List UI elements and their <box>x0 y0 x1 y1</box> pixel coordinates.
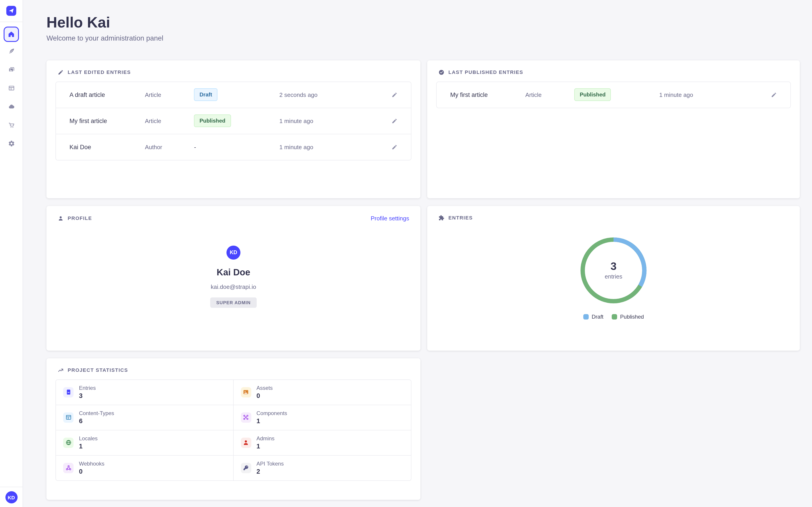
entry-type: Article <box>145 91 194 98</box>
card-header: LAST PUBLISHED ENTRIES <box>427 60 800 75</box>
sidebar-item-content-manager[interactable] <box>0 42 22 60</box>
admin-user-icon <box>241 437 251 448</box>
donut-value: 3 <box>611 261 617 272</box>
stat-value: 1 <box>256 418 287 424</box>
archive-icon <box>63 387 73 397</box>
status-badge: Draft <box>194 88 218 101</box>
stat-value: 1 <box>256 443 274 450</box>
stat-label: Entries <box>79 385 96 391</box>
card-header: LAST EDITED ENTRIES <box>46 60 420 75</box>
status-empty: - <box>194 144 196 151</box>
sidebar-bottom: KD <box>0 481 22 507</box>
entry-updated-time: 2 seconds ago <box>280 91 384 98</box>
table-row[interactable]: A draft article Article Draft 2 seconds … <box>56 82 411 108</box>
stat-cell: API Tokens 2 <box>234 455 411 480</box>
check-circle-icon <box>439 69 444 75</box>
entry-name: Kai Doe <box>69 144 145 150</box>
stat-label: Admins <box>256 436 274 441</box>
stat-label: Webhooks <box>79 461 104 466</box>
profile-body: KD Kai Doe kai.doe@strapi.io SUPER ADMIN <box>46 222 420 307</box>
main-content: Hello Kai Welcome to your administration… <box>22 0 812 507</box>
status-badge: Published <box>194 114 231 127</box>
stat-cell: Admins 1 <box>234 430 411 455</box>
person-icon <box>58 215 64 221</box>
table-row[interactable]: My first article Article Published 1 min… <box>437 82 790 108</box>
globe-icon <box>63 437 73 448</box>
entry-name: A draft article <box>69 91 145 98</box>
layout-icon <box>8 85 15 92</box>
table-row[interactable]: Kai Doe Author - 1 minute ago <box>56 133 411 160</box>
edit-entry-button[interactable] <box>771 92 777 98</box>
stat-label: Components <box>256 410 287 416</box>
stat-value: 0 <box>79 468 104 475</box>
last-edited-table: A draft article Article Draft 2 seconds … <box>55 81 411 160</box>
entry-updated-time: 1 minute ago <box>659 91 763 98</box>
dashboard-grid: LAST EDITED ENTRIES A draft article Arti… <box>46 60 799 500</box>
edit-entry-button[interactable] <box>392 144 397 150</box>
card-title: LAST EDITED ENTRIES <box>68 69 131 75</box>
entry-status: Draft <box>194 88 280 101</box>
feather-icon <box>8 48 15 55</box>
donut-center: 3 entries <box>579 235 648 305</box>
entry-status: - <box>194 143 280 151</box>
page-title: Hello Kai <box>46 15 799 30</box>
status-badge: Published <box>574 88 611 101</box>
card-title: ENTRIES <box>448 215 473 220</box>
profile-email: kai.doe@strapi.io <box>211 283 256 290</box>
stat-cell: Entries 3 <box>56 380 234 405</box>
profile-settings-link[interactable]: Profile settings <box>370 215 409 222</box>
stat-value: 2 <box>256 468 284 475</box>
pencil-icon <box>58 69 64 75</box>
stat-label: Content-Types <box>79 410 114 416</box>
entry-type: Article <box>525 91 574 98</box>
entries-donut-chart: 3 entries <box>579 235 648 305</box>
stat-value: 0 <box>256 393 273 399</box>
chart-legend: Draft Published <box>427 314 800 320</box>
strapi-logo[interactable] <box>6 6 16 16</box>
entry-name: My first article <box>69 117 145 124</box>
sidebar-item-media-library[interactable] <box>0 60 22 79</box>
sidebar: KD <box>0 0 23 507</box>
table-row[interactable]: My first article Article Published 1 min… <box>56 108 411 133</box>
cloud-icon <box>8 103 15 110</box>
gear-icon <box>8 140 15 147</box>
media-icon <box>8 66 15 73</box>
entry-type: Article <box>145 117 194 124</box>
sidebar-item-marketplace[interactable] <box>0 116 22 134</box>
legend-swatch <box>583 314 589 319</box>
entry-status: Published <box>574 88 659 101</box>
page-subtitle: Welcome to your administration panel <box>46 35 799 42</box>
sidebar-divider <box>0 22 22 22</box>
key-icon <box>241 463 251 473</box>
sidebar-item-settings[interactable] <box>0 134 22 153</box>
card-last-edited-entries: LAST EDITED ENTRIES A draft article Arti… <box>46 60 420 198</box>
card-title: PROJECT STATISTICS <box>68 367 128 373</box>
legend-label: Published <box>620 314 644 320</box>
user-avatar[interactable]: KD <box>5 491 17 503</box>
legend-label: Draft <box>592 314 603 320</box>
cart-icon <box>8 122 15 128</box>
puzzle-icon <box>439 215 444 221</box>
stat-label: Assets <box>256 385 273 391</box>
card-header: PROJECT STATISTICS <box>46 358 420 373</box>
sidebar-item-home[interactable] <box>4 26 19 42</box>
sidebar-item-content-type-builder[interactable] <box>0 79 22 97</box>
card-title: PROFILE <box>68 215 92 221</box>
edit-entry-button[interactable] <box>392 92 397 98</box>
card-entries-chart: ENTRIES 3 entries Draft Published <box>427 206 800 350</box>
legend-item: Draft <box>583 314 603 320</box>
entry-status: Published <box>194 114 280 127</box>
sidebar-item-deploy[interactable] <box>0 97 22 116</box>
edit-entry-button[interactable] <box>392 118 397 124</box>
entry-updated-time: 1 minute ago <box>280 144 384 150</box>
component-icon <box>241 412 251 422</box>
trend-icon <box>58 367 64 373</box>
card-header: PROFILE Profile settings <box>46 206 420 222</box>
stat-value: 3 <box>79 393 96 399</box>
card-title: LAST PUBLISHED ENTRIES <box>448 69 523 75</box>
stat-label: Locales <box>79 436 98 441</box>
stat-cell: Content-Types 6 <box>56 405 234 430</box>
last-published-table: My first article Article Published 1 min… <box>436 81 791 108</box>
stat-cell: Locales 1 <box>56 430 234 455</box>
card-header: ENTRIES <box>427 206 800 221</box>
